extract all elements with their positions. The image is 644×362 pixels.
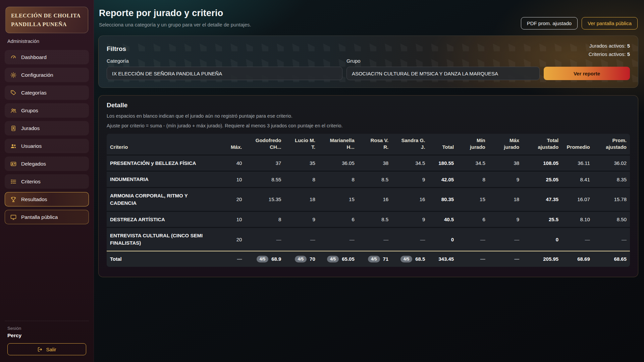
score-cell: 10: [217, 171, 246, 188]
column-header: Criterio: [107, 134, 217, 155]
sidebar-item-label: Categorías: [21, 90, 47, 96]
sidebar-item-categorias[interactable]: Categorías: [5, 85, 89, 100]
sidebar-item-delegados[interactable]: Delegados: [5, 157, 89, 171]
score-cell: 47.35: [523, 188, 562, 212]
score-cell: 25.5: [523, 211, 562, 228]
score-cell: 0: [428, 228, 457, 251]
score-cell: 40.5: [428, 211, 457, 228]
score-cell: 15.35: [245, 188, 284, 212]
criterios-activos-stat: Criterios activos: 5: [589, 50, 630, 59]
logout-icon: [37, 347, 43, 352]
group-select[interactable]: [346, 67, 540, 80]
jury-count-badge: 4/5: [257, 256, 268, 262]
criterion-cell: ENTREVISTA CULTURAL (CINCO SEMI FINALIST…: [107, 228, 217, 251]
column-header: Sandra G.J.: [392, 134, 428, 155]
score-cell: 36.02: [593, 155, 630, 171]
score-cell: 18: [284, 188, 318, 212]
score-cell: 16: [358, 188, 392, 212]
score-cell: 40: [217, 155, 246, 171]
column-header: Prom.ajustado: [593, 134, 630, 155]
score-cell: 25.05: [523, 171, 562, 188]
column-header: Máxjurado: [489, 134, 523, 155]
jury-count-badge: 4/5: [368, 256, 380, 262]
table-row: ENTREVISTA CULTURAL (CINCO SEMI FINALIST…: [107, 228, 630, 251]
criterion-cell: ARMONIA CORPORAL, RITMO Y CADENCIA: [107, 188, 217, 212]
sidebar-item-jurados[interactable]: Jurados: [5, 121, 89, 135]
score-cell: 36.11: [562, 155, 593, 171]
score-cell: 8: [245, 211, 284, 228]
score-cell: —: [245, 228, 284, 251]
total-cell: 343.45: [428, 251, 457, 267]
score-cell: 36.05: [319, 155, 358, 171]
sidebar-item-grupos[interactable]: Grupos: [5, 103, 89, 118]
score-cell: 34.5: [457, 155, 489, 171]
badge-icon: [10, 125, 17, 132]
column-header: Promedio: [562, 134, 593, 155]
app-root: ELECCIÓN DE CHOLITA PANDILLA PUNEÑA Admi…: [0, 0, 644, 362]
score-cell: 8: [319, 171, 358, 188]
tag-icon: [10, 89, 17, 96]
logout-label: Salir: [46, 347, 56, 352]
score-cell: 0: [523, 228, 562, 251]
sidebar-item-dashboard[interactable]: Dashboard: [5, 50, 89, 64]
scores-table: CriterioMáx.GodofredoCH...Lucio M.T.Mari…: [107, 134, 630, 267]
column-header: MarianellaH...: [319, 134, 358, 155]
score-cell: 38: [489, 155, 523, 171]
total-cell: 4/570: [284, 251, 318, 267]
score-cell: 10: [217, 211, 246, 228]
score-cell: 8.35: [593, 171, 630, 188]
session-block: Sesión Percy Salir: [5, 321, 89, 355]
ver-reporte-button[interactable]: Ver reporte: [544, 67, 630, 80]
sidebar-item-criterios[interactable]: Criterios: [5, 174, 89, 189]
total-cell: —: [217, 251, 246, 267]
detail-note-1: Los espacios en blanco indican que el ju…: [107, 113, 630, 119]
column-header: Total: [428, 134, 457, 155]
sidebar-item-pantalla-publica[interactable]: Pantalla pública: [5, 210, 89, 224]
table-header-row: CriterioMáx.GodofredoCH...Lucio M.T.Mari…: [107, 134, 630, 155]
logout-button[interactable]: Salir: [7, 343, 86, 355]
pdf-button[interactable]: PDF prom. ajustado: [521, 17, 578, 29]
column-header: Máx.: [217, 134, 246, 155]
total-cell: 4/565.05: [319, 251, 358, 267]
sidebar-item-label: Jurados: [21, 125, 40, 131]
score-cell: 8.41: [562, 171, 593, 188]
sidebar-item-label: Pantalla pública: [21, 214, 58, 220]
sidebar-item-resultados[interactable]: Resultados: [5, 192, 89, 206]
column-header: Mínjurado: [457, 134, 489, 155]
score-cell: 9: [284, 211, 318, 228]
category-label: Categoría: [107, 58, 342, 64]
score-cell: 9: [392, 171, 428, 188]
score-cell: 8.5: [358, 211, 392, 228]
score-cell: 18: [489, 188, 523, 212]
scores-table-wrap: CriterioMáx.GodofredoCH...Lucio M.T.Mari…: [107, 134, 630, 267]
sidebar-nav: DashboardConfiguraciónCategoríasGruposJu…: [5, 50, 89, 224]
gauge-icon: [10, 54, 17, 61]
score-cell: 9: [489, 211, 523, 228]
score-cell: —: [319, 228, 358, 251]
sidebar-item-usuarios[interactable]: Usuarios: [5, 139, 89, 153]
public-screen-button[interactable]: Ver pantalla pública: [582, 17, 638, 29]
score-cell: 34.5: [392, 155, 428, 171]
users-icon: [10, 143, 17, 149]
header-actions: PDF prom. ajustado Ver pantalla pública: [521, 17, 638, 29]
score-cell: 6: [457, 211, 489, 228]
sidebar-item-configuracion[interactable]: Configuración: [5, 68, 89, 82]
trophy-icon: [10, 196, 17, 203]
score-cell: 8: [457, 171, 489, 188]
score-cell: 15: [319, 188, 358, 212]
total-cell: 68.69: [562, 251, 593, 267]
checklist-icon: [10, 178, 17, 185]
page-title: Reporte por jurado y criterio: [99, 8, 251, 18]
score-cell: 35: [284, 155, 318, 171]
filters-stats: Jurados activos: 5 Criterios activos: 5: [589, 42, 630, 59]
sidebar-item-label: Usuarios: [21, 143, 42, 149]
score-cell: 8.50: [593, 211, 630, 228]
category-select[interactable]: [107, 67, 342, 80]
score-cell: 15: [457, 188, 489, 212]
score-cell: 108.05: [523, 155, 562, 171]
score-cell: —: [358, 228, 392, 251]
score-cell: —: [489, 228, 523, 251]
score-cell: —: [392, 228, 428, 251]
detail-note-2: Ajuste por criterio = suma - (mín jurado…: [107, 123, 630, 128]
criterion-cell: DESTREZA ARTÍSTICA: [107, 211, 217, 228]
